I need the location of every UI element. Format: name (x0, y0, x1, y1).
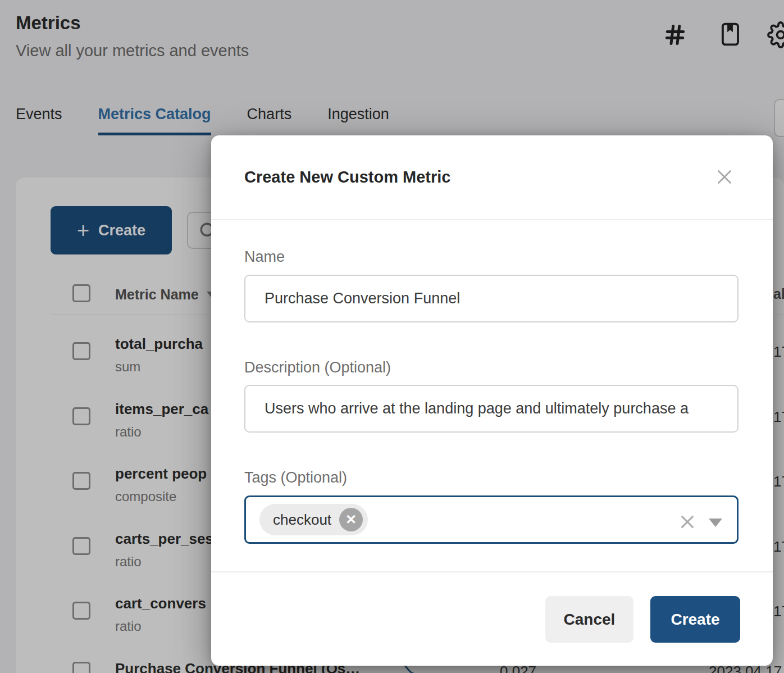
description-label: Description (Optional) (244, 359, 391, 376)
tags-clear-icon[interactable] (678, 513, 696, 533)
tag-chip-checkout: checkout ✕ (259, 504, 368, 535)
tags-field[interactable]: checkout ✕ (244, 495, 739, 544)
name-label: Name (244, 248, 285, 266)
modal-create-button[interactable]: Create (650, 596, 740, 643)
modal-title: Create New Custom Metric (244, 168, 450, 187)
tag-remove-icon[interactable]: ✕ (339, 508, 363, 531)
tags-dropdown-caret-icon[interactable] (709, 519, 722, 527)
modal-footer-divider (211, 571, 773, 572)
close-icon[interactable] (714, 167, 736, 188)
tags-label: Tags (Optional) (244, 469, 347, 486)
modal-header-divider (211, 219, 773, 220)
cancel-button[interactable]: Cancel (545, 596, 633, 643)
tag-chip-label: checkout (273, 511, 331, 529)
description-field[interactable]: Users who arrive at the landing page and… (244, 385, 739, 433)
name-field[interactable]: Purchase Conversion Funnel (244, 275, 739, 322)
create-custom-metric-modal: Create New Custom Metric Name Purchase C… (211, 135, 773, 666)
